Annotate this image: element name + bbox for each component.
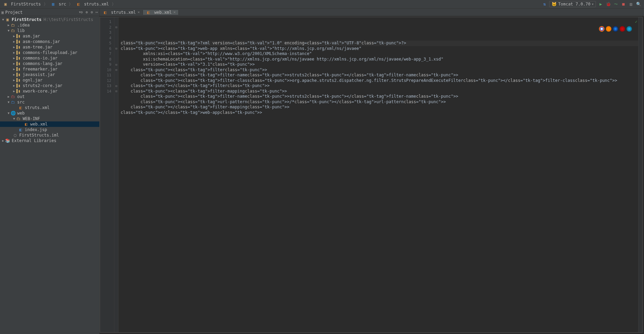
- expand-arrow-icon[interactable]: ▼: [7, 29, 10, 32]
- code-line[interactable]: class="tk-punc"><class="tk-tag">filtercl…: [121, 67, 638, 73]
- tree-file-jar[interactable]: ▶▮struts2-core.jar: [0, 83, 99, 88]
- fold-marker[interactable]: ⊟: [114, 83, 118, 89]
- code-line[interactable]: class="tk-punc"><class="tk-tag">filter-n…: [121, 94, 638, 99]
- fold-marker[interactable]: [114, 30, 118, 35]
- project-view-selector[interactable]: ▣ Project ▼: [1, 10, 81, 15]
- fold-marker[interactable]: [114, 19, 118, 25]
- safari-icon[interactable]: [613, 26, 618, 32]
- code-line[interactable]: xsi:schemaLocation=class="tk-val">"http:…: [121, 57, 638, 62]
- expand-arrow-icon[interactable]: ▼: [1, 18, 5, 21]
- tree-root[interactable]: ▼ ▣ FirstStructs H:\test\FirstStructs: [0, 17, 99, 22]
- code-line[interactable]: class="tk-punc"><class="tk-tag">?xml ver…: [121, 41, 638, 46]
- expand-arrow-icon[interactable]: ▶: [1, 139, 5, 142]
- fold-marker[interactable]: ⊟: [114, 89, 118, 94]
- tab-close-icon[interactable]: ×: [173, 10, 176, 14]
- hide-icon[interactable]: ↦: [96, 10, 98, 14]
- error-stripe[interactable]: [638, 17, 642, 332]
- expand-arrow-icon[interactable]: ▶: [12, 89, 16, 93]
- breadcrumb-file[interactable]: ◧ struts.xml: [76, 2, 109, 7]
- tree-file-struts-xml[interactable]: ◧ struts.xml: [0, 105, 99, 110]
- tree-file-iml[interactable]: ▢ FirstStructs.iml: [0, 132, 99, 138]
- expand-arrow-icon[interactable]: ▶: [12, 56, 16, 60]
- expand-arrow-icon[interactable]: ▶: [12, 67, 16, 71]
- tree-file-jar[interactable]: ▶▮asm.jar: [0, 33, 99, 39]
- fold-marker[interactable]: [114, 35, 118, 41]
- code-line[interactable]: class="tk-punc"></class="tk-tag">web-app…: [121, 110, 638, 116]
- editor-tab-webxml[interactable]: ◧ web.xml ×: [143, 10, 179, 15]
- settings-gear-icon[interactable]: ⚙: [91, 10, 93, 14]
- tree-external-libraries[interactable]: ▶ 📚 External Libraries: [0, 138, 99, 143]
- project-tree-panel[interactable]: ▼ ▣ FirstStructs H:\test\FirstStructs ▶ …: [0, 16, 100, 334]
- expand-arrow-icon[interactable]: ▶: [12, 84, 16, 87]
- tree-file-web-xml[interactable]: ◧ web.xml: [0, 121, 99, 127]
- tree-folder-idea[interactable]: ▶ 🗀 .idea: [0, 22, 99, 28]
- stop-button[interactable]: ■: [621, 1, 626, 7]
- expand-arrow-icon[interactable]: ▶: [12, 34, 16, 38]
- project-structure-button[interactable]: ▥: [628, 1, 634, 7]
- search-everywhere-button[interactable]: 🔍: [636, 1, 641, 7]
- collapse-all-icon[interactable]: ⊖: [81, 10, 83, 14]
- tree-file-jar[interactable]: ▶▮ognl.jar: [0, 77, 99, 83]
- tree-file-index-jsp[interactable]: ◧ index.jsp: [0, 127, 99, 132]
- fold-marker[interactable]: ⊟: [114, 67, 118, 73]
- tree-file-jar[interactable]: ▶▮javassist.jar: [0, 72, 99, 77]
- breadcrumb-root[interactable]: ▣ FirstStructs: [3, 2, 41, 7]
- tree-folder-webinf[interactable]: ▼ 🗀 WEB-INF: [0, 116, 99, 121]
- fold-marker[interactable]: [114, 57, 118, 62]
- run-config-selector[interactable]: 🐱 Tomcat 7.0.70 ▼: [549, 1, 596, 7]
- fold-marker[interactable]: [114, 41, 118, 46]
- tab-close-icon[interactable]: ×: [137, 10, 140, 14]
- tree-file-jar[interactable]: ▶▮asm-commons.jar: [0, 39, 99, 44]
- run-button[interactable]: ▶: [598, 1, 603, 7]
- coverage-button[interactable]: ⤳: [613, 1, 619, 7]
- tree-file-jar[interactable]: ▶▮xwork-core.jar: [0, 88, 99, 94]
- tree-folder-src[interactable]: ▼ 🗀 src: [0, 99, 99, 105]
- expand-arrow-icon[interactable]: ▼: [7, 111, 10, 115]
- firefox-icon[interactable]: [606, 26, 611, 32]
- expand-arrow-icon[interactable]: ▶: [12, 78, 16, 82]
- expand-arrow-icon[interactable]: ▶: [12, 51, 16, 54]
- opera-icon[interactable]: [620, 26, 625, 32]
- code-line[interactable]: class="tk-punc"><class="tk-tag">url-patt…: [121, 99, 638, 105]
- fold-marker[interactable]: [114, 78, 118, 84]
- ie-icon[interactable]: [626, 26, 632, 32]
- expand-arrow-icon[interactable]: ▶: [7, 23, 10, 27]
- tree-folder-web[interactable]: ▼ 🌐 web: [0, 110, 99, 116]
- expand-arrow-icon[interactable]: ▶: [7, 95, 10, 98]
- jar-icon: ▮: [16, 78, 21, 83]
- fold-marker[interactable]: ⊟: [114, 46, 118, 52]
- expand-arrow-icon[interactable]: ▼: [12, 117, 16, 120]
- expand-arrow-icon[interactable]: ▼: [7, 100, 10, 104]
- debug-button[interactable]: 🐞: [606, 1, 611, 7]
- inspection-ok-icon[interactable]: ✓: [635, 19, 637, 25]
- code-line[interactable]: xmlns:xsi=class="tk-val">"http://www.w3.…: [121, 51, 638, 57]
- tree-file-jar[interactable]: ▶▮commons-io.jar: [0, 55, 99, 61]
- code-line[interactable]: class="tk-punc"><class="tk-tag">filter-n…: [121, 73, 638, 78]
- code-line[interactable]: class="tk-punc"></class="tk-tag">filter-…: [121, 105, 638, 110]
- code-area[interactable]: ✓ class="tk-punc"><class="tk-tag">?xml v…: [119, 17, 638, 332]
- fold-marker[interactable]: ⊟: [114, 25, 118, 30]
- tree-folder-lib[interactable]: ▼ 🗀 lib: [0, 28, 99, 33]
- code-line[interactable]: class="tk-punc"><class="tk-tag">filter-c…: [121, 78, 638, 84]
- fold-marker[interactable]: [114, 73, 118, 78]
- tree-folder-out[interactable]: ▶ 🗀 out: [0, 94, 99, 99]
- code-line[interactable]: version=class="tk-val">"3.1"class="tk-pu…: [121, 62, 638, 67]
- tree-file-jar[interactable]: ▶▮asm-tree.jar: [0, 44, 99, 50]
- code-line[interactable]: class="tk-punc"></class="tk-tag">filterc…: [121, 83, 638, 89]
- tree-file-jar[interactable]: ▶▮commons-fileupload.jar: [0, 50, 99, 55]
- vcs-icon[interactable]: ⇅: [542, 1, 547, 7]
- expand-arrow-icon[interactable]: ▶: [12, 73, 16, 76]
- expand-arrow-icon[interactable]: ▶: [12, 62, 16, 65]
- fold-marker[interactable]: ⊟: [114, 62, 118, 67]
- editor-tab-struts[interactable]: ◧ struts.xml ×: [100, 10, 143, 15]
- chrome-icon[interactable]: [599, 26, 604, 32]
- fold-marker[interactable]: [114, 51, 118, 57]
- expand-arrow-icon[interactable]: ▶: [12, 40, 16, 43]
- tree-file-jar[interactable]: ▶▮commons-lang.jar: [0, 61, 99, 66]
- expand-arrow-icon[interactable]: ▶: [12, 45, 16, 49]
- tree-file-jar[interactable]: ▶▮freemarker.jar: [0, 66, 99, 72]
- code-line[interactable]: class="tk-punc"><class="tk-tag">web-app …: [121, 46, 638, 52]
- breadcrumb-src[interactable]: ▦ src: [51, 2, 66, 7]
- code-line[interactable]: class="tk-punc"><class="tk-tag">filter-m…: [121, 89, 638, 94]
- locate-icon[interactable]: ⊕: [86, 10, 88, 14]
